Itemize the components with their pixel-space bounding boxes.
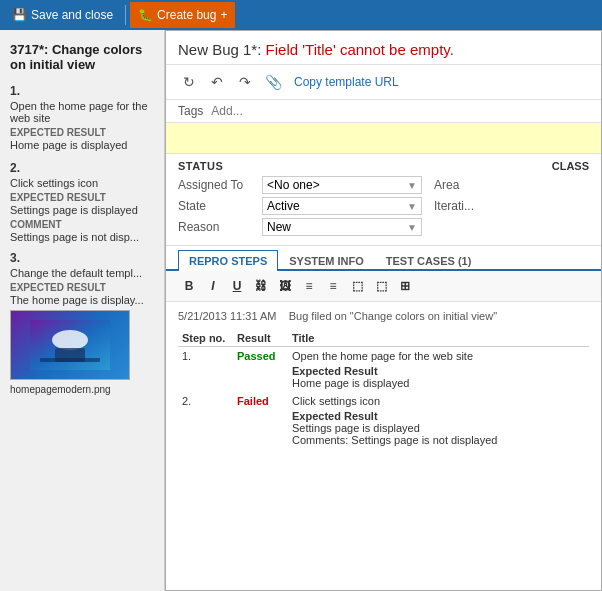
tags-label: Tags [178,104,203,118]
repro-datetime: 5/21/2013 11:31 AM [178,310,276,322]
tab-system-info[interactable]: SYSTEM INFO [278,250,375,271]
comment-text: Comments: Settings page is not displayed [292,434,585,446]
comment-label: Comments: [292,434,348,446]
step-no-cell: 1. [178,347,233,393]
expected-result-label: Expected Result [292,410,585,422]
redo-icon[interactable]: ↷ [234,71,256,93]
status-section: STATUS CLASS Assigned To <No one> ▼ Area… [166,154,601,246]
repro-date-row: 5/21/2013 11:31 AM Bug filed on "Change … [178,310,589,322]
thumbnail-graphic [30,320,110,370]
state-row: State Active ▼ Iterati... [178,197,589,215]
left-panel: 3717*: Change colors on initial view 1. … [0,30,165,591]
iteration-label: Iterati... [434,199,474,213]
step-number: 2. [10,161,154,175]
bold-button[interactable]: B [178,275,200,297]
title-input[interactable] [178,127,589,149]
tabs-row: REPRO STEPS SYSTEM INFO TEST CASES (1) [166,250,601,271]
indent-button[interactable]: ⬚ [346,275,368,297]
comment-value: Settings page is not displayed [351,434,497,446]
list-item: 1. Open the home page for the web site E… [0,80,164,157]
list-unordered-button[interactable]: ≡ [298,275,320,297]
save-close-label: Save and close [31,8,113,22]
expected-label: EXPECTED RESULT [10,282,154,293]
repro-filed-text: Bug filed on "Change colors on initial v… [289,310,497,322]
create-bug-button[interactable]: 🐛 Create bug + [130,2,235,28]
svg-point-1 [52,330,88,350]
tags-add-button[interactable]: Add... [211,104,242,118]
title-cell: Click settings icon Expected Result Sett… [288,392,589,449]
expected-result-text: Home page is displayed [292,377,585,389]
list-item: 3. Change the default templ... EXPECTED … [0,247,164,399]
tab-repro-steps[interactable]: REPRO STEPS [178,250,278,271]
state-label: State [178,199,258,213]
expected-result-text: Settings page is displayed [292,422,585,434]
toolbar-divider [125,5,126,25]
tab-test-cases[interactable]: TEST CASES (1) [375,250,483,271]
bug-title-error: New Bug 1*: Field 'Title' cannot be empt… [178,41,589,58]
class-heading: CLASS [552,160,589,172]
bug-editor-toolbar: ↻ ↶ ↷ 📎 Copy template URL [166,65,601,100]
result-failed-badge: Failed [237,395,269,407]
step-title-text: Click settings icon [292,395,585,407]
bug-form-title-label: New Bug 1*: [178,41,261,58]
rich-text-toolbar: B I U ⛓ 🖼 ≡ ≡ ⬚ ⬚ ⊞ [166,271,601,302]
repro-steps-content: 5/21/2013 11:31 AM Bug filed on "Change … [166,302,601,457]
refresh-icon[interactable]: ↻ [178,71,200,93]
italic-button[interactable]: I [202,275,224,297]
step-comment: Settings page is not disp... [10,231,154,243]
save-icon: 💾 [12,8,27,22]
insert-table-button[interactable]: ⊞ [394,275,416,297]
step-no-cell: 2. [178,392,233,449]
table-row: 1. Passed Open the home page for the web… [178,347,589,393]
list-item: 2. Click settings icon EXPECTED RESULT S… [0,157,164,247]
step-title-text: Open the home page for the web site [292,350,585,362]
undo-icon[interactable]: ↶ [206,71,228,93]
status-heading: STATUS [178,160,223,172]
assigned-to-select[interactable]: <No one> ▼ [262,176,422,194]
create-bug-label: Create bug [157,8,216,22]
step-description: Open the home page for the web site [10,100,154,124]
image-thumbnail [10,310,130,380]
col-header-stepno: Step no. [178,330,233,347]
outdent-button[interactable]: ⬚ [370,275,392,297]
copy-template-url-link[interactable]: Copy template URL [294,75,399,89]
page-title: 3717*: Change colors on initial view [0,38,164,80]
link-button[interactable]: ⛓ [250,275,272,297]
step-description: Change the default templ... [10,267,154,279]
image-filename: homepagemodern.png [10,384,154,395]
area-label: Area [434,178,459,192]
image-button[interactable]: 🖼 [274,275,296,297]
underline-button[interactable]: U [226,275,248,297]
main-area: 3717*: Change colors on initial view 1. … [0,30,602,591]
title-input-area [166,123,601,154]
reason-value: New [267,220,291,234]
attach-icon[interactable]: 📎 [262,71,284,93]
state-select[interactable]: Active ▼ [262,197,422,215]
save-close-button[interactable]: 💾 Save and close [4,2,121,28]
bug-form-panel: New Bug 1*: Field 'Title' cannot be empt… [165,30,602,591]
result-cell: Failed [233,392,288,449]
result-cell: Passed [233,347,288,393]
result-passed-badge: Passed [237,350,276,362]
table-row: 2. Failed Click settings icon Expected R… [178,392,589,449]
reason-select[interactable]: New ▼ [262,218,422,236]
step-number: 3. [10,251,154,265]
chevron-down-icon: ▼ [407,222,417,233]
assigned-to-label: Assigned To [178,178,258,192]
assigned-to-row: Assigned To <No one> ▼ Area [178,176,589,194]
bug-icon: 🐛 [138,8,153,22]
expected-result-label: Expected Result [292,365,585,377]
chevron-down-icon: ▼ [407,201,417,212]
list-ordered-button[interactable]: ≡ [322,275,344,297]
status-header: STATUS CLASS [178,160,589,172]
expected-result: The home page is display... [10,294,154,306]
bug-header: New Bug 1*: Field 'Title' cannot be empt… [166,31,601,65]
main-toolbar: 💾 Save and close 🐛 Create bug + [0,0,602,30]
col-header-title: Title [288,330,589,347]
step-number: 1. [10,84,154,98]
reason-label: Reason [178,220,258,234]
reason-row: Reason New ▼ [178,218,589,236]
expected-label: EXPECTED RESULT [10,127,154,138]
comment-label: COMMENT [10,219,154,230]
title-cell: Open the home page for the web site Expe… [288,347,589,393]
